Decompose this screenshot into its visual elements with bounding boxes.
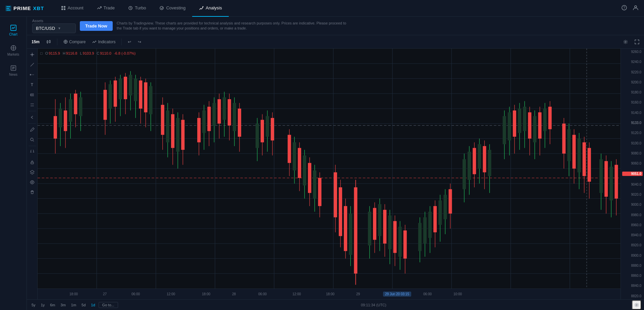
delete-tool[interactable] [28,188,37,197]
svg-rect-76 [54,116,57,138]
svg-rect-194 [443,195,447,219]
trend-line-tool[interactable] [28,60,37,69]
layers-icon [30,170,35,175]
nav-covesting[interactable]: Covesting [153,0,192,17]
price-9133: 9133.0 [622,121,643,125]
undo-button[interactable]: ↩ [126,39,133,45]
zoom-tool[interactable] [28,135,37,144]
svg-rect-198 [463,159,466,189]
time-label-18-3: 18:00 [326,292,334,296]
magnet-tool[interactable] [28,147,37,157]
nav-analysis[interactable]: Analysis [192,0,228,17]
svg-rect-112 [171,114,174,148]
sidebar-item-news[interactable]: News [4,61,23,80]
chart-main: □ O 9115.9 H 9116.8 L 9103.9 C [38,49,621,299]
top-navigation: PRIMEXBT Account Trade Turbo Covesting A… [0,0,644,17]
price-9180: 9180.0 [622,90,643,94]
svg-rect-166 [354,187,357,273]
price-9220: 9220.0 [622,70,643,74]
crosshair-tool[interactable] [28,50,37,59]
nav-trade[interactable]: Trade [90,0,121,17]
back-tool[interactable] [28,113,37,122]
time-label-12-1: 12:00 [167,292,175,296]
time-label-06-2: 06:00 [258,292,267,296]
parallel-channel-tool[interactable] [28,100,37,110]
redo-button[interactable]: ↪ [136,39,143,45]
svg-point-39 [31,138,33,141]
bottom-settings-button[interactable] [632,300,641,310]
indicators-button[interactable]: Indicators [90,39,117,45]
settings-button[interactable] [621,39,630,45]
price-9120: 9120.0 [622,131,643,135]
content-area: Assets BTC/USD ▼ Trade Now Charts by Tra… [27,17,644,310]
visibility-tool[interactable] [28,178,37,187]
goto-button[interactable]: Go to... [99,302,118,308]
logo-xbt: XBT [33,5,44,11]
compare-button[interactable]: Compare [61,39,88,45]
svg-rect-170 [373,208,376,240]
tf-6m[interactable]: 6m [48,302,57,308]
ohlc-close-label: C [97,51,99,55]
tf-5d[interactable]: 5d [79,302,88,308]
assets-bar: Assets BTC/USD ▼ Trade Now Charts by Tra… [27,17,644,35]
sidebar-item-chart[interactable]: Chart [4,21,23,40]
text-tool[interactable]: T [28,80,37,89]
price-8880: 8880.0 [622,264,643,267]
price-9060: 9060.0 [622,162,643,165]
turbo-icon [128,6,133,10]
nav-account[interactable]: Account [54,0,90,17]
svg-rect-240 [588,148,591,182]
svg-rect-98 [129,75,132,96]
chart-type-button[interactable] [44,39,53,45]
svg-point-45 [32,182,33,183]
price-9260: 9260.0 [622,50,643,54]
collapse-icon: □ [40,51,43,55]
svg-point-7 [203,6,204,7]
lock-tool[interactable] [28,158,37,167]
svg-rect-136 [256,124,259,148]
toolbar-separator-2 [121,39,122,45]
svg-rect-2 [64,6,65,8]
ohlc-close: C 9110.0 [97,51,111,55]
left-sidebar: Chart Markets News [0,17,27,310]
tf-1m[interactable]: 1m [69,302,78,308]
fullscreen-button[interactable] [633,39,641,45]
svg-rect-186 [423,217,427,243]
time-label-29: 29 [356,292,360,296]
ohlc-high-value: 9116.8 [66,51,77,55]
layers-tool[interactable] [28,168,37,177]
user-button[interactable] [633,5,639,12]
help-button[interactable]: ? [621,5,627,12]
compare-icon [63,40,68,44]
toolbar-separator-1 [57,39,57,45]
assets-select[interactable]: BTC/USD ▼ [32,23,76,33]
price-scale: 9260.0 9240.0 9220.0 9200.0 9180.0 9160.… [621,49,644,299]
trade-now-button[interactable]: Trade Now [80,21,113,31]
sidebar-item-markets[interactable]: Markets [4,41,23,60]
tf-3m[interactable]: 3m [59,302,68,308]
svg-rect-126 [218,99,221,124]
chart-container: T [27,49,644,299]
svg-rect-190 [433,206,437,232]
fib-icon [30,92,35,97]
svg-rect-236 [578,139,581,173]
tf-1d[interactable]: 1d [89,302,97,308]
svg-rect-4 [64,8,65,10]
back-icon [30,115,35,120]
nav-turbo[interactable]: Turbo [121,0,153,17]
main-layout: Chart Markets News Assets BTC/USD ▼ Trad… [0,17,644,310]
price-8900: 8900.0 [622,254,643,257]
draw-tool[interactable] [28,125,37,134]
ohlc-low-value: 9103.9 [83,51,94,55]
tf-5y[interactable]: 5y [30,302,38,308]
timeframe-button[interactable]: 15m [30,39,42,45]
svg-point-32 [30,74,31,75]
price-8860: 8860.0 [622,274,643,277]
magnet-icon [30,150,35,154]
horizontal-ray-tool[interactable] [28,70,37,79]
svg-rect-130 [228,99,231,125]
tf-1y[interactable]: 1y [39,302,47,308]
svg-rect-20 [49,41,50,43]
fib-tool[interactable] [28,90,37,100]
info-text: Charts by Tradingview. These charts are … [117,21,352,31]
